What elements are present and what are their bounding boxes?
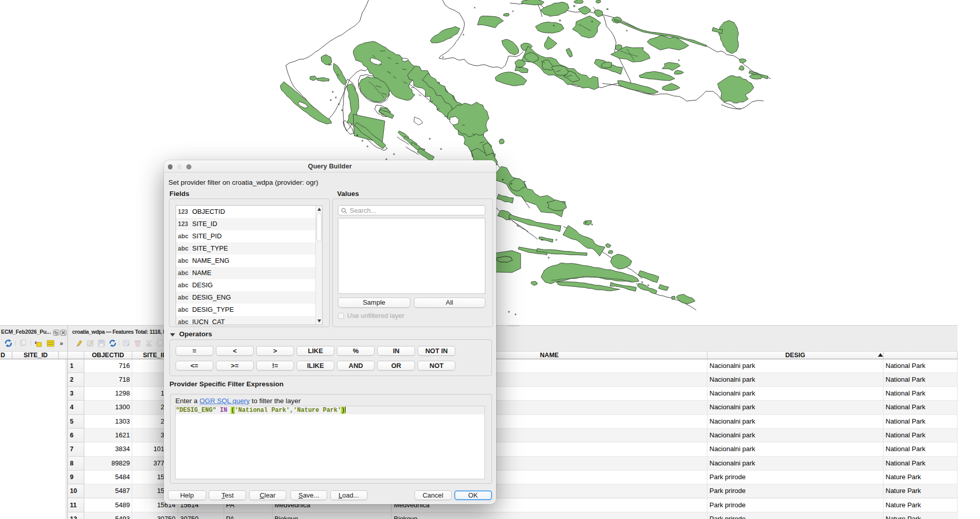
svg-text:»: »	[60, 340, 63, 347]
